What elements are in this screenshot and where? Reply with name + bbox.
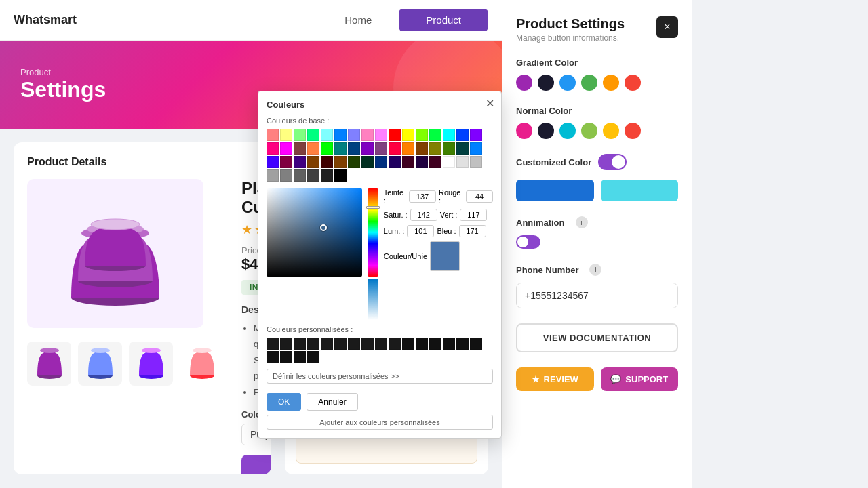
nav-home[interactable]: Home: [317, 9, 399, 31]
gradient-picker-box[interactable]: [267, 188, 362, 277]
swatch-17[interactable]: [267, 142, 279, 155]
swatch-black[interactable]: [334, 169, 347, 182]
gradient-dot-green[interactable]: [581, 75, 597, 91]
picker-cancel-button[interactable]: Annuler: [307, 393, 357, 411]
phone-info-icon[interactable]: i: [589, 264, 601, 276]
custom-color-2-preview[interactable]: [601, 180, 679, 201]
swatch-35[interactable]: [294, 156, 306, 168]
thumbnail-green[interactable]: [78, 342, 122, 386]
swatch-14[interactable]: [443, 129, 455, 141]
custom-swatch-15[interactable]: [456, 338, 469, 350]
swatch-43[interactable]: [402, 156, 414, 168]
swatch-23[interactable]: [348, 142, 360, 155]
custom-swatch-16[interactable]: [470, 338, 482, 350]
swatch-29[interactable]: [429, 142, 441, 155]
picker-ok-button[interactable]: OK: [267, 393, 301, 411]
custom-swatch-10[interactable]: [389, 338, 401, 350]
swatch-31[interactable]: [456, 142, 469, 155]
swatch-37[interactable]: [321, 156, 333, 168]
swatch-3[interactable]: [294, 129, 306, 141]
custom-swatch-12[interactable]: [416, 338, 428, 350]
add-custom-button[interactable]: Ajouter aux couleurs personnalisées: [267, 415, 493, 430]
swatch-12[interactable]: [416, 129, 428, 141]
close-button[interactable]: ×: [656, 16, 678, 38]
lum-input[interactable]: [407, 225, 434, 237]
normal-dot-red[interactable]: [625, 123, 641, 139]
swatch-gray5[interactable]: [294, 169, 306, 182]
custom-swatch-2[interactable]: [280, 338, 292, 350]
swatch-40[interactable]: [361, 156, 374, 168]
swatch-10[interactable]: [389, 129, 401, 141]
normal-dot-dark[interactable]: [538, 123, 554, 139]
custom-swatch-4[interactable]: [307, 338, 319, 350]
custom-swatch-11[interactable]: [402, 338, 414, 350]
swatch-7[interactable]: [348, 129, 360, 141]
animation-info-icon[interactable]: i: [576, 216, 588, 228]
swatch-9[interactable]: [375, 129, 387, 141]
swatch-16[interactable]: [470, 129, 482, 141]
view-docs-button[interactable]: VIEW DOCUMENTATION: [516, 323, 678, 352]
hue-slider[interactable]: [368, 188, 378, 277]
custom-swatch-7[interactable]: [348, 338, 360, 350]
swatch-13[interactable]: [429, 129, 441, 141]
custom-swatch-9[interactable]: [375, 338, 387, 350]
swatch-22[interactable]: [334, 142, 347, 155]
add-to-cart-button[interactable]: ADD TO CART: [241, 455, 271, 474]
swatch-36[interactable]: [307, 156, 319, 168]
bleu-input[interactable]: [459, 225, 486, 237]
swatch-26[interactable]: [389, 142, 401, 155]
gradient-dot-purple[interactable]: [516, 75, 532, 91]
swatch-gray2[interactable]: [470, 156, 482, 168]
swatch-gray6[interactable]: [307, 169, 319, 182]
swatch-24[interactable]: [361, 142, 374, 155]
swatch-33[interactable]: [267, 156, 279, 168]
gradient-dot-orange[interactable]: [603, 75, 619, 91]
vert-input[interactable]: [460, 209, 487, 221]
modal-close-button[interactable]: ✕: [486, 97, 494, 110]
custom-swatch-8[interactable]: [361, 338, 374, 350]
gradient-dot-dark[interactable]: [538, 75, 554, 91]
gradient-dot-blue[interactable]: [559, 75, 576, 91]
swatch-15[interactable]: [456, 129, 469, 141]
swatch-27[interactable]: [402, 142, 414, 155]
phone-number-input[interactable]: [516, 283, 678, 308]
swatch-gray4[interactable]: [280, 169, 292, 182]
swatch-11[interactable]: [402, 129, 414, 141]
custom-swatch-14[interactable]: [443, 338, 455, 350]
custom-swatch-13[interactable]: [429, 338, 441, 350]
swatch-white[interactable]: [443, 156, 455, 168]
swatch-28[interactable]: [416, 142, 428, 155]
swatch-gray1[interactable]: [456, 156, 469, 168]
sat-input[interactable]: [410, 209, 437, 221]
nav-product[interactable]: Product: [399, 9, 488, 31]
normal-dot-cyan[interactable]: [559, 123, 576, 139]
custom-swatch-6[interactable]: [334, 338, 347, 350]
swatch-45[interactable]: [429, 156, 441, 168]
swatch-44[interactable]: [416, 156, 428, 168]
swatch-1[interactable]: [267, 129, 279, 141]
gradient-dot-red[interactable]: [625, 75, 641, 91]
swatch-42[interactable]: [389, 156, 401, 168]
thumbnail-peach[interactable]: [180, 342, 224, 386]
swatch-25[interactable]: [375, 142, 387, 155]
swatch-gray7[interactable]: [321, 169, 333, 182]
thumbnail-pink[interactable]: [129, 342, 173, 386]
swatch-gray3[interactable]: [267, 169, 279, 182]
swatch-19[interactable]: [294, 142, 306, 155]
thumbnail-purple[interactable]: [27, 342, 71, 386]
custom-swatch-1[interactable]: [267, 338, 279, 350]
swatch-20[interactable]: [307, 142, 319, 155]
hue-input[interactable]: [409, 190, 436, 203]
animation-toggle[interactable]: [516, 235, 540, 249]
custom-swatch-19[interactable]: [294, 351, 306, 363]
swatch-39[interactable]: [348, 156, 360, 168]
swatch-30[interactable]: [443, 142, 455, 155]
rouge-input[interactable]: [466, 190, 493, 203]
custom-swatch-20[interactable]: [307, 351, 319, 363]
custom-swatch-18[interactable]: [280, 351, 292, 363]
normal-dot-green[interactable]: [581, 123, 597, 139]
normal-dot-pink[interactable]: [516, 123, 532, 139]
custom-swatch-5[interactable]: [321, 338, 333, 350]
swatch-18[interactable]: [280, 142, 292, 155]
swatch-5[interactable]: [321, 129, 333, 141]
